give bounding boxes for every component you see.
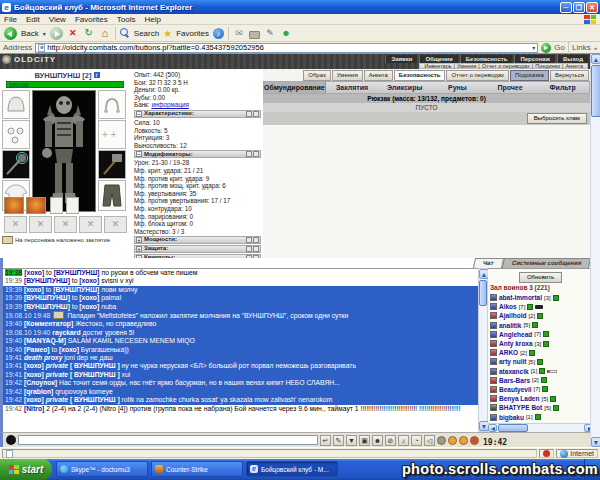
site-nav-item[interactable]: Персонаж: [514, 55, 555, 63]
player-info-icon[interactable]: [490, 340, 497, 347]
collapsed-section[interactable]: +Мощности:: [134, 236, 261, 244]
player-row[interactable]: BHATYPE Bot[5]: [488, 403, 593, 412]
chat-name[interactable]: [хохо]: [24, 396, 44, 403]
messenger-icon[interactable]: ☻: [280, 27, 292, 39]
slot-weapon-mace[interactable]: [2, 150, 30, 179]
player-info-icon[interactable]: [490, 358, 497, 365]
slot-weapon-hammer[interactable]: [98, 150, 126, 179]
favorites-icon[interactable]: ★: [163, 28, 172, 39]
player-info-icon[interactable]: [490, 322, 497, 329]
send-icon[interactable]: ↵: [320, 435, 331, 446]
chat-name[interactable]: [ВУНШПУНШ]: [24, 303, 70, 310]
chat-name[interactable]: [MANYAQ-M]: [24, 337, 66, 344]
chat-name[interactable]: rayckard: [52, 329, 80, 336]
chat-name[interactable]: [Комментатор]: [24, 320, 73, 327]
chat-name[interactable]: [хохо]: [59, 346, 79, 353]
chat-name[interactable]: [хохо]: [24, 269, 44, 276]
player-row[interactable]: analitik[5]: [488, 321, 593, 330]
inventory-tab[interactable]: Эликсиры: [378, 82, 431, 93]
player-info-icon[interactable]: [490, 404, 497, 411]
player-info-icon[interactable]: [490, 395, 497, 402]
oldcity-logo[interactable]: OLDCITY: [2, 55, 56, 64]
player-row[interactable]: abat-immortal[3]: [488, 293, 593, 302]
player-row[interactable]: arty nulit[5]: [488, 357, 593, 366]
scroll-item-icon[interactable]: [66, 197, 79, 214]
site-nav-item[interactable]: Заявки: [385, 55, 417, 63]
taskbar-task[interactable]: Skype™ - doctomu3: [56, 461, 148, 477]
discard-junk-button[interactable]: Выбросить хлам: [527, 113, 587, 124]
player-info-icon[interactable]: [490, 377, 497, 384]
slot-charms[interactable]: [98, 90, 126, 119]
chat-scrollbar[interactable]: [478, 268, 488, 432]
slot-rings[interactable]: + +: [98, 120, 126, 149]
go-label[interactable]: Go: [554, 43, 565, 52]
address-dropdown-icon[interactable]: ▾: [532, 44, 535, 51]
amulet-item-icon[interactable]: [4, 197, 24, 214]
refresh-icon[interactable]: ↻: [83, 27, 95, 39]
player-info-icon[interactable]: [490, 312, 497, 319]
player-info-icon[interactable]: [490, 331, 497, 338]
search-icon[interactable]: [120, 28, 130, 38]
emotion-icon[interactable]: [470, 436, 479, 445]
ignore-icon[interactable]: ⊘: [385, 435, 396, 446]
scroll-down-icon[interactable]: [591, 437, 600, 447]
collapsed-section[interactable]: +Защита:: [134, 245, 261, 253]
emotion-icon[interactable]: [448, 436, 457, 445]
chat-name[interactable]: [ВУНШПУНШ]: [24, 277, 70, 284]
search-label[interactable]: Search: [134, 29, 159, 38]
menu-item-favorites[interactable]: Favorites: [75, 15, 108, 24]
chat-name[interactable]: [ВУНШПУНШ]: [53, 286, 99, 293]
chat-name[interactable]: [хохо]: [24, 371, 44, 378]
player-row[interactable]: Anglehead[7]: [488, 330, 593, 339]
scroll-thumb[interactable]: [479, 280, 487, 306]
chat-name[interactable]: [Рамео]: [24, 346, 50, 353]
stop-icon[interactable]: ✕: [67, 27, 79, 39]
player-info-icon[interactable]: [490, 368, 497, 375]
sound-icon[interactable]: ♪: [398, 435, 409, 446]
amulet-item-icon[interactable]: [26, 197, 46, 214]
profile-button[interactable]: Безопасность: [394, 70, 446, 81]
chat-log[interactable]: 19:38 [хохо] to [ВУНШПУНШ] по руски в об…: [3, 268, 478, 432]
chat-tab[interactable]: Чат: [473, 258, 504, 268]
player-row[interactable]: ataxancik[1]: [488, 367, 593, 376]
chat-name[interactable]: [ ВУНШПУНШ ]: [70, 362, 120, 369]
save-log-icon[interactable]: ▣: [359, 435, 370, 446]
site-nav-item[interactable]: Выход: [557, 55, 588, 63]
favorites-label[interactable]: Favorites: [176, 29, 209, 38]
player-row[interactable]: bigbaku[1]: [488, 412, 593, 421]
scroll-item-icon[interactable]: [50, 197, 63, 214]
menu-item-help[interactable]: Help: [144, 15, 160, 24]
menu-item-file[interactable]: File: [4, 15, 17, 24]
section-modifiers[interactable]: −Модификаторы:: [134, 150, 261, 158]
window-scrollbar[interactable]: [590, 54, 600, 447]
back-dropdown[interactable]: ▾: [43, 30, 46, 37]
player-row[interactable]: Beautyevil[7]: [488, 385, 593, 394]
inventory-tab[interactable]: Заклятия: [326, 82, 379, 93]
chat-name[interactable]: [ВУНШПУНШ]: [54, 269, 100, 276]
profile-button[interactable]: Умения: [332, 70, 363, 81]
menu-item-edit[interactable]: Edit: [26, 15, 40, 24]
close-button[interactable]: ✕: [586, 2, 598, 13]
profile-button[interactable]: Анкета: [364, 70, 393, 81]
menu-item-tools[interactable]: Tools: [117, 15, 136, 24]
minimize-button[interactable]: ─: [560, 2, 572, 13]
start-button[interactable]: start: [0, 459, 52, 480]
emotion-icon[interactable]: [437, 436, 446, 445]
player-row[interactable]: Bars-Bars[2]: [488, 376, 593, 385]
inventory-tab[interactable]: Руны: [431, 82, 484, 93]
slot-helmet[interactable]: [2, 90, 30, 119]
window-titlebar[interactable]: e Бойцовский клуб - Microsoft Internet E…: [0, 0, 600, 14]
bank-info-link[interactable]: информация: [151, 101, 189, 108]
profile-button[interactable]: Вернуться: [550, 70, 589, 81]
links-label[interactable]: Links: [572, 43, 591, 52]
print-icon[interactable]: [249, 31, 260, 39]
speaker-icon[interactable]: ◁: [424, 435, 435, 446]
chat-name[interactable]: [хохо]: [79, 277, 99, 284]
player-row[interactable]: ARKO[2]: [488, 348, 593, 357]
inventory-tab[interactable]: Обмундирование: [264, 82, 326, 93]
back-label[interactable]: Back: [21, 29, 39, 38]
profile-button[interactable]: Отчет о переводах: [446, 70, 509, 81]
player-row[interactable]: Anty kroxa[3]: [488, 339, 593, 348]
player-info-icon[interactable]: [490, 414, 497, 421]
player-info-icon[interactable]: [490, 386, 497, 393]
